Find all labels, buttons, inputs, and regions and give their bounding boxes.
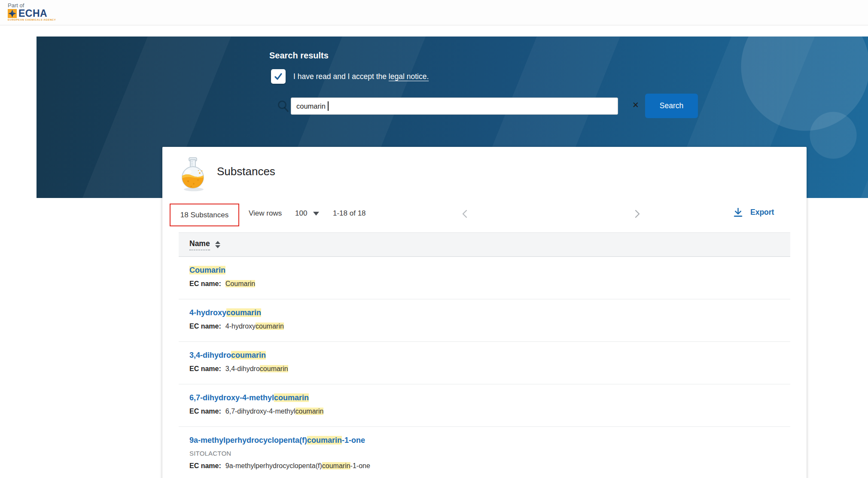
view-rows-label: View rows xyxy=(249,209,282,218)
substance-link[interactable]: 4-hydroxycoumarin xyxy=(189,308,261,317)
table-row: 4-hydroxycoumarinEC name:4-hydroxycoumar… xyxy=(179,299,790,342)
ec-name-line: EC name:6,7-dihydroxy-4-methylcoumarin xyxy=(189,408,790,415)
ec-name-line: EC name:3,4-dihydrocoumarin xyxy=(189,365,790,373)
name-column-header[interactable]: Name xyxy=(189,239,210,250)
table-header-row: Name xyxy=(179,232,790,257)
substances-flask-icon xyxy=(180,156,206,192)
top-header-bar: Part of ECHA EUROPEAN CHEMICALS AGENCY xyxy=(0,0,868,25)
clear-search-icon[interactable]: ✕ xyxy=(630,100,641,111)
checkmark-icon xyxy=(274,72,283,81)
export-label: Export xyxy=(750,208,774,217)
ec-name-label: EC name: xyxy=(189,323,221,330)
next-page-icon[interactable] xyxy=(632,209,642,219)
table-row: 6,7-dihydroxy-4-methylcoumarinEC name:6,… xyxy=(179,384,790,427)
ec-name-label: EC name: xyxy=(189,462,221,469)
pagination-range: 1-18 of 18 xyxy=(333,209,366,218)
table-row: 9a-methylperhydrocyclopenta(f)coumarin-1… xyxy=(179,427,790,470)
echa-logo[interactable]: Part of ECHA EUROPEAN CHEMICALS AGENCY xyxy=(8,2,56,21)
ec-name-line: EC name:9a-methylperhydrocyclopenta(f)co… xyxy=(189,462,790,470)
search-icon xyxy=(277,100,289,113)
table-row: 3,4-dihydrocoumarinEC name:3,4-dihydroco… xyxy=(179,342,790,384)
sort-icon[interactable] xyxy=(215,241,220,248)
legal-text: I have read and I accept the legal notic… xyxy=(293,72,429,81)
text-cursor xyxy=(328,101,329,111)
brand-name: ECHA xyxy=(18,9,47,18)
ec-name-label: EC name: xyxy=(189,408,221,415)
legal-acceptance-row: I have read and I accept the legal notic… xyxy=(271,69,429,84)
substance-count-annotation: 18 Substances xyxy=(170,204,239,226)
substance-count: 18 Substances xyxy=(180,211,228,219)
legal-checkbox[interactable] xyxy=(271,69,286,84)
chevron-down-icon xyxy=(313,212,319,216)
legal-notice-link[interactable]: legal notice. xyxy=(389,72,429,81)
echa-logo-icon xyxy=(8,9,17,18)
ec-name-line: EC name:Coumarin xyxy=(189,280,790,288)
substance-rows: CoumarinEC name:Coumarin4-hydroxycoumari… xyxy=(179,257,790,470)
panel-title: Substances xyxy=(217,165,275,178)
substance-link[interactable]: 3,4-dihydrocoumarin xyxy=(189,351,266,360)
substances-table: Name CoumarinEC name:Coumarin4-hydroxyco… xyxy=(179,232,790,470)
substance-link[interactable]: 9a-methylperhydrocyclopenta(f)coumarin-1… xyxy=(189,436,365,445)
substances-panel: Substances 18 Substances View rows 100 1… xyxy=(162,147,807,478)
search-button[interactable]: Search xyxy=(645,94,698,118)
substance-subtitle: SITOLACTON xyxy=(189,450,790,457)
search-input[interactable] xyxy=(291,97,618,115)
search-results-title: Search results xyxy=(269,51,329,61)
substance-link[interactable]: Coumarin xyxy=(189,266,225,275)
page-size-value: 100 xyxy=(295,209,307,218)
brand-subtitle: EUROPEAN CHEMICALS AGENCY xyxy=(8,18,56,21)
export-button[interactable]: Export xyxy=(733,207,774,218)
ec-name-line: EC name:4-hydroxycoumarin xyxy=(189,323,790,330)
substance-link[interactable]: 6,7-dihydroxy-4-methylcoumarin xyxy=(189,393,309,402)
ec-name-label: EC name: xyxy=(189,280,221,287)
table-row: CoumarinEC name:Coumarin xyxy=(179,257,790,299)
download-icon xyxy=(733,207,743,218)
previous-page-icon[interactable] xyxy=(460,209,470,219)
search-field-wrap xyxy=(291,97,618,115)
page-size-dropdown[interactable]: 100 xyxy=(295,209,319,218)
ec-name-label: EC name: xyxy=(189,365,221,372)
